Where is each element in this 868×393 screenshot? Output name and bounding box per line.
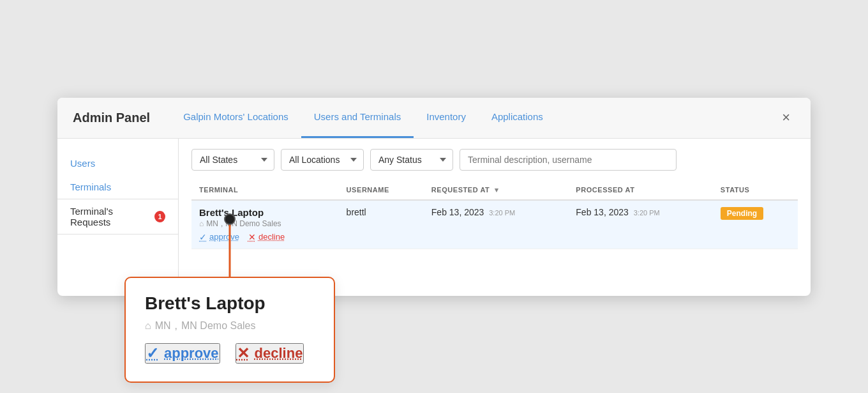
col-requested-at[interactable]: REQUESTED AT ▾ (424, 181, 569, 200)
tooltip-box: Brett's Laptop ⌂ MN, MN Demo Sales ✓ app… (124, 277, 335, 383)
admin-panel-modal: Admin Panel Galpin Motors' Locations Use… (57, 98, 811, 296)
terminal-state: MN (206, 219, 218, 228)
cell-status: Pending (713, 200, 798, 249)
requested-date: Feb 13, 2023 (431, 207, 484, 217)
modal-body: Users Terminals Terminal's Requests 1 Al… (57, 139, 811, 296)
x-icon: ✕ (248, 232, 256, 242)
tab-inventory[interactable]: Inventory (414, 98, 479, 138)
cell-terminal: Brett's Laptop ⌂ MN, MN Demo Sales ✓ app… (191, 200, 339, 249)
requested-time: 3:20 PM (489, 209, 515, 217)
main-content: All States All Locations Any Status TERM… (179, 139, 811, 296)
col-status: STATUS (713, 181, 798, 200)
tooltip-terminal-name: Brett's Laptop (145, 293, 315, 314)
tooltip-anchor-dot (224, 213, 236, 225)
col-terminal: TERMINAL (191, 181, 339, 200)
tooltip-home-icon: ⌂ (145, 320, 151, 332)
approve-label: approve (209, 232, 239, 242)
filters-bar: All States All Locations Any Status (191, 149, 798, 171)
status-filter[interactable]: Any Status (370, 149, 453, 171)
processed-time: 3:20 PM (634, 209, 660, 217)
home-icon: ⌂ (199, 219, 204, 228)
cell-username: brettl (339, 200, 424, 249)
sidebar-item-users[interactable]: Users (57, 151, 178, 175)
terminal-requests-badge: 1 (154, 211, 165, 222)
cell-processed-at: Feb 13, 2023 3:20 PM (568, 200, 713, 249)
tooltip-checkmark-icon: ✓ (146, 344, 159, 362)
username-value: brettl (347, 207, 366, 217)
col-username: USERNAME (339, 181, 424, 200)
sort-arrow-icon: ▾ (495, 186, 499, 194)
sidebar: Users Terminals Terminal's Requests 1 (57, 139, 179, 296)
locations-filter[interactable]: All Locations (281, 149, 364, 171)
tab-users-terminals[interactable]: Users and Terminals (301, 98, 414, 138)
terminal-location: ⌂ MN, MN Demo Sales (199, 219, 331, 228)
row-actions: ✓ approve ✕ decline (199, 232, 331, 242)
sidebar-item-terminal-requests[interactable]: Terminal's Requests 1 (57, 199, 178, 235)
table-row: Brett's Laptop ⌂ MN, MN Demo Sales ✓ app… (191, 200, 798, 249)
checkmark-icon: ✓ (199, 232, 207, 242)
sidebar-terminal-requests-label: Terminal's Requests (70, 206, 151, 227)
tooltip-approve-label: approve (164, 345, 219, 362)
col-processed-at: PROCESSED AT (568, 181, 713, 200)
approve-button[interactable]: ✓ approve (199, 232, 239, 242)
states-filter[interactable]: All States (191, 149, 274, 171)
tooltip-x-icon: ✕ (237, 344, 250, 362)
search-input[interactable] (460, 149, 677, 171)
decline-button[interactable]: ✕ decline (248, 232, 285, 242)
tooltip-decline-button[interactable]: ✕ decline (236, 343, 304, 364)
cell-requested-at: Feb 13, 2023 3:20 PM (424, 200, 569, 249)
sidebar-users-label: Users (70, 158, 95, 169)
tab-applications[interactable]: Applications (479, 98, 556, 138)
tooltip-connector-line (229, 219, 231, 277)
status-badge: Pending (721, 207, 763, 220)
tooltip-location-name: MN Demo Sales (181, 320, 255, 332)
close-button[interactable]: × (777, 108, 795, 127)
tooltip-actions: ✓ approve ✕ decline (145, 343, 315, 364)
tooltip-location: ⌂ MN, MN Demo Sales (145, 320, 315, 332)
tooltip-approve-button[interactable]: ✓ approve (145, 343, 220, 364)
sidebar-item-terminals[interactable]: Terminals (57, 175, 178, 199)
sidebar-terminals-label: Terminals (70, 181, 111, 192)
terminal-name: Brett's Laptop (199, 207, 331, 218)
table-header: TERMINAL USERNAME REQUESTED AT ▾ PROCESS… (191, 181, 798, 200)
processed-date: Feb 13, 2023 (576, 207, 629, 217)
modal-header: Admin Panel Galpin Motors' Locations Use… (57, 98, 811, 139)
tab-nav: Galpin Motors' Locations Users and Termi… (170, 98, 777, 138)
tooltip-decline-label: decline (255, 345, 303, 362)
terminals-table: TERMINAL USERNAME REQUESTED AT ▾ PROCESS… (191, 181, 798, 249)
tooltip-state: MN (155, 320, 171, 332)
tab-locations[interactable]: Galpin Motors' Locations (170, 98, 301, 138)
decline-label: decline (258, 232, 285, 242)
modal-title: Admin Panel (73, 111, 150, 125)
